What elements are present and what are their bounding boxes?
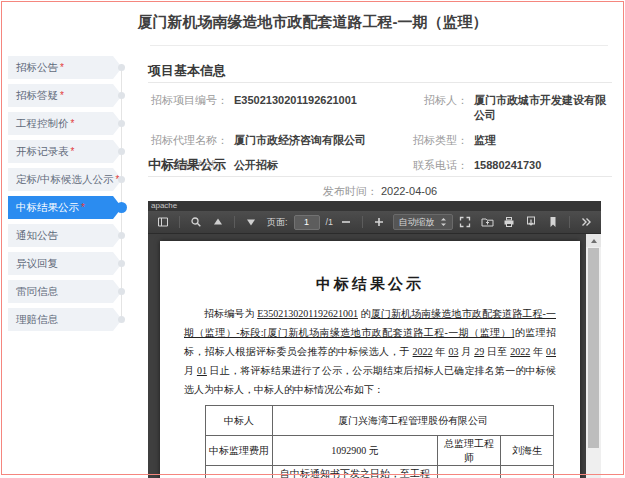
toolbar-separator [234, 216, 235, 228]
timeline-dot [118, 64, 125, 71]
sidebar-item-label: 招标答疑 [16, 89, 58, 103]
toolbar-more-icon[interactable] [578, 214, 594, 230]
plain-text: 日至 [484, 346, 510, 357]
page-down-icon[interactable] [243, 214, 259, 230]
print-icon[interactable] [501, 214, 517, 230]
info-field-value: 监理 [474, 133, 496, 148]
plain-text: 的 [358, 308, 371, 319]
sidebar-item-4[interactable]: 开标记录表* [8, 140, 122, 163]
scrollbar-up-icon[interactable] [586, 234, 601, 247]
sidebar-item-1[interactable]: 招标公告* [8, 56, 122, 79]
info-field-value: 厦门市政城市开发建设有限公司 [474, 93, 612, 123]
pdf-scrollbar[interactable] [586, 234, 601, 478]
timeline-dot [118, 260, 125, 267]
toolbar-separator [569, 216, 570, 228]
table-cell: 厦门兴海湾工程管理股份有限公司 [273, 406, 554, 436]
required-asterisk: * [60, 62, 64, 73]
sidebar-item-3[interactable]: 工程控制价* [8, 112, 122, 135]
required-asterisk: * [81, 202, 85, 213]
info-field-value: 15880241730 [474, 159, 541, 171]
dropdown-caret-icon [440, 217, 447, 227]
toolbar-left-group: 页面: 1 /1 [155, 214, 333, 230]
toolbar-separator [179, 216, 180, 228]
document-paragraph: 招标编号为 E3502130201192621001 的厦门新机场南缘造地市政配… [184, 304, 556, 399]
section-divider [148, 176, 612, 177]
pdf-viewport: 中标结果公示 招标编号为 E3502130201192621001 的厦门新机场… [148, 234, 601, 478]
bidding-detail-page: 厦门新机场南缘造地市政配套道路工程-一期（监理） 招标公告*招标答疑*工程控制价… [0, 0, 625, 478]
presentation-mode-icon[interactable] [457, 214, 473, 230]
table-cell: 中标人 [206, 406, 273, 436]
table-row: 中标监理费用1092900 元总监理工程师刘海生 [206, 436, 554, 466]
info-field-label: 招标代理名称： [148, 133, 228, 148]
sidebar-item-2[interactable]: 招标答疑* [8, 84, 122, 107]
page-title: 厦门新机场南缘造地市政配套道路工程-一期（监理） [0, 13, 625, 32]
table-cell: 1092900 元 [273, 436, 438, 466]
document-title: 中标结果公示 [160, 275, 580, 294]
zoom-in-icon[interactable] [371, 214, 387, 230]
info-field-label: 招标类型： [388, 133, 468, 148]
plain-text: 年 [433, 346, 449, 357]
timeline-dot [118, 92, 125, 99]
table-row: 自中标通知书下发之日始，至工程保修期 [206, 466, 554, 478]
sidebar-item-label: 中标结果公示 [16, 201, 79, 215]
publish-time-row: 发布时间： 2022-04-06 [148, 184, 612, 199]
info-field: 联系电话：15880241730 [388, 158, 612, 173]
required-asterisk: * [71, 146, 75, 157]
download-icon[interactable] [523, 214, 539, 230]
result-table: 中标人厦门兴海湾工程管理股份有限公司中标监理费用1092900 元总监理工程师刘… [205, 405, 554, 478]
info-field-value: 公开招标 [234, 158, 278, 173]
table-cell [206, 466, 273, 478]
timeline-dot [116, 202, 127, 213]
required-asterisk: * [60, 90, 64, 101]
section-heading-project-info: 项目基本信息 [148, 62, 226, 80]
page-number-input[interactable]: 1 [294, 215, 320, 230]
sidebar-item-9[interactable]: 雷同信息 [8, 280, 122, 303]
page-up-icon[interactable] [210, 214, 226, 230]
sidebar-item-label: 通知公告 [16, 229, 58, 243]
zoom-mode-dropdown[interactable]: 自动缩放 [393, 214, 453, 230]
underlined-text: 2022 [413, 346, 433, 357]
sidebar-item-label: 工程控制价 [16, 117, 69, 131]
sidebar-item-label: 招标公告 [16, 61, 58, 75]
zoom-mode-value: 自动缩放 [399, 216, 435, 229]
timeline-dot [118, 316, 125, 323]
sidebar-item-7[interactable]: 通知公告 [8, 224, 122, 247]
underlined-text: 01 [197, 365, 207, 376]
info-field-value: 厦门市政经济咨询有限公司 [234, 133, 366, 148]
scrollbar-thumb[interactable] [588, 248, 599, 448]
timeline-dot [118, 148, 125, 155]
sidebar-item-label: 定标/中标候选人公示 [16, 173, 113, 187]
pdf-viewer: apache 页面: 1 /1 [148, 201, 601, 478]
page-total-label: /1 [326, 217, 334, 227]
timeline-dot [118, 176, 125, 183]
info-field-label: 招标项目编号： [148, 93, 228, 108]
info-field: 招标项目编号：E3502130201192621001 [148, 93, 388, 123]
plain-text: 日止，将评标结果进行了公示，公示期结束后招标人已确定排名第一的中标候选人为中标人… [184, 365, 556, 395]
info-field-value: E3502130201192621001 [234, 94, 357, 106]
plain-text: 月 [458, 346, 474, 357]
underlined-text: 2022 [510, 346, 530, 357]
sidebar-item-10[interactable]: 理赔信息 [8, 308, 122, 331]
section-heading-result: 中标结果公示 [148, 156, 226, 174]
sidebar-toggle-icon[interactable] [155, 214, 171, 230]
table-row: 中标人厦门兴海湾工程管理股份有限公司 [206, 406, 554, 436]
info-field-label: 招标人： [388, 93, 468, 108]
search-icon[interactable] [188, 214, 204, 230]
sidebar-item-label: 雷同信息 [16, 285, 58, 299]
sidebar-item-label: 开标记录表 [16, 145, 69, 159]
table-cell: 中标监理费用 [206, 436, 273, 466]
open-file-icon[interactable] [479, 214, 495, 230]
sidebar-item-5[interactable]: 定标/中标候选人公示* [8, 168, 122, 191]
sidebar-item-8[interactable]: 异议回复 [8, 252, 122, 275]
toolbar-separator [362, 216, 363, 228]
table-cell [438, 466, 501, 478]
sidebar-item-6[interactable]: 中标结果公示* [8, 196, 122, 219]
timeline-dot [118, 288, 125, 295]
underlined-text: 04 [546, 346, 556, 357]
bookmark-icon[interactable] [545, 214, 561, 230]
plain-text: 招标编号为 [204, 308, 257, 319]
info-field: 招标代理名称：厦门市政经济咨询有限公司 [148, 133, 388, 148]
publish-time-value: 2022-04-06 [381, 185, 437, 197]
zoom-out-icon[interactable] [338, 214, 354, 230]
plain-text: 月 [184, 365, 197, 376]
